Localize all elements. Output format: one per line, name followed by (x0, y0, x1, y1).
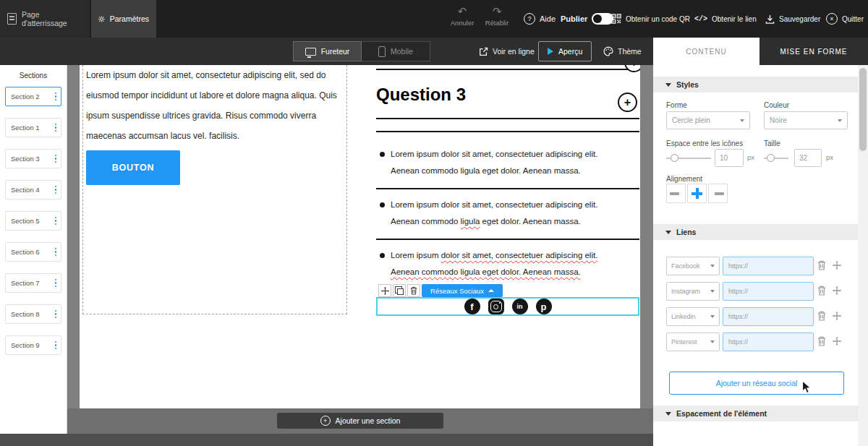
divider (376, 131, 639, 132)
sidebar-section-item[interactable]: Section 8 (5, 304, 61, 324)
section-menu-icon[interactable] (55, 155, 61, 163)
sidebar-section-item[interactable]: Section 9 (5, 335, 61, 355)
tab-landing-label: Page d'atterrissage (22, 10, 82, 27)
spacing-input[interactable] (715, 149, 744, 167)
reorder-link-handle[interactable] (833, 286, 841, 295)
instagram-icon[interactable] (488, 299, 504, 314)
sidebar-section-item[interactable]: Section 3 (5, 149, 61, 168)
url-input-pinterest[interactable] (723, 333, 814, 351)
divider (376, 188, 639, 189)
expand-question-button[interactable]: + (618, 93, 637, 112)
add-section-button[interactable]: + Ajouter une section (277, 413, 443, 429)
spacing-slider-knob[interactable] (671, 154, 678, 162)
element-type-pill[interactable]: Réseaux Sociaux (422, 284, 503, 297)
url-input-instagram[interactable] (723, 282, 814, 301)
panel-tab-content[interactable]: CONTENU (653, 38, 760, 65)
element-spacing-header-label: Espacement de l'élément (676, 409, 767, 418)
section-menu-icon[interactable] (55, 279, 61, 288)
faq-item[interactable]: Lorem ipsum dolor sit amet, consectetuer… (391, 247, 640, 280)
section-menu-icon[interactable] (55, 93, 61, 101)
align-center-button[interactable] (687, 184, 707, 203)
delete-link-button[interactable] (817, 260, 826, 270)
preview-button[interactable]: Aperçu (538, 41, 592, 61)
align-left-button[interactable] (666, 184, 686, 203)
panel-tab-format[interactable]: MISE EN FORME (760, 38, 868, 65)
add-social-network-button[interactable]: Ajouter un réseau social (669, 372, 844, 395)
tab-settings[interactable]: Paramètres (91, 0, 156, 38)
section-menu-icon[interactable] (55, 217, 61, 226)
collapse-question-button[interactable]: + (624, 65, 640, 72)
qr-code-button[interactable]: Obtenir un code QR (611, 0, 690, 38)
publish-toggle[interactable] (592, 13, 613, 25)
help-button[interactable]: ? Aide (524, 0, 556, 38)
linkedin-icon[interactable]: in (512, 299, 528, 314)
panel-scrollbar[interactable] (858, 65, 868, 446)
page-button[interactable]: BOUTON (86, 150, 180, 185)
size-input[interactable] (794, 149, 822, 167)
paragraph-text[interactable]: Lorem ipsum dolor sit amet, consectetur … (86, 65, 361, 146)
sidebar-section-item[interactable]: Section 4 (5, 180, 61, 200)
sidebar-section-item[interactable]: Section 7 (5, 273, 61, 293)
shape-select[interactable]: Cercle plein (666, 111, 750, 129)
delete-link-button[interactable] (817, 286, 826, 296)
delete-link-button[interactable] (817, 336, 826, 346)
element-spacing-section-header[interactable]: Espacement de l'élément (653, 406, 858, 421)
trash-icon (817, 336, 826, 346)
sidebar-section-item[interactable]: Section 6 (5, 242, 61, 262)
undo-icon: ↶ (446, 6, 479, 17)
sidebar-section-item[interactable]: Section 5 (5, 211, 61, 231)
reorder-link-handle[interactable] (833, 261, 841, 270)
section-menu-icon[interactable] (55, 124, 61, 132)
chevron-down-icon (665, 231, 671, 234)
reorder-link-handle[interactable] (833, 312, 841, 320)
section-menu-icon[interactable] (55, 341, 61, 350)
links-header-label: Liens (676, 228, 696, 236)
move-icon (833, 312, 841, 320)
save-button[interactable]: Sauvegarder (765, 0, 820, 38)
scrollbar-thumb[interactable] (859, 68, 867, 151)
links-section-header[interactable]: Liens (653, 224, 858, 240)
sidebar-section-item[interactable]: Section 2 (5, 87, 61, 106)
duplicate-element-button[interactable] (393, 284, 406, 297)
network-select-pinterest[interactable]: Pinterest (666, 333, 720, 351)
section-label: Section 1 (6, 124, 55, 132)
tab-landing-page[interactable]: Page d'atterrissage (0, 0, 90, 38)
align-right-button[interactable] (708, 184, 728, 203)
section-menu-icon[interactable] (55, 248, 61, 257)
url-input-linkedin[interactable] (723, 307, 814, 326)
desktop-view-label: Fureteur (321, 47, 350, 56)
social-icons-element[interactable]: f in p (376, 297, 639, 316)
get-link-button[interactable]: </> Obtenir le lien (694, 0, 757, 38)
size-slider-knob[interactable] (767, 154, 775, 162)
desktop-view-button[interactable]: Fureteur (293, 41, 362, 61)
question-heading[interactable]: Question 3 (376, 85, 466, 105)
theme-button[interactable]: Thème (603, 38, 642, 65)
redo-icon: ↷ (480, 6, 514, 17)
delete-element-button[interactable] (407, 284, 420, 297)
view-online-button[interactable]: Voir en ligne (479, 38, 535, 65)
section-menu-icon[interactable] (55, 310, 61, 319)
color-select[interactable]: Noire (764, 111, 848, 129)
network-select-linkedin[interactable]: Linkedin (666, 307, 720, 326)
section-menu-icon[interactable] (55, 186, 61, 194)
network-select-instagram[interactable]: Instagram (666, 282, 720, 301)
reorder-link-handle[interactable] (833, 337, 841, 346)
sidebar-section-item[interactable]: Section 1 (5, 118, 61, 137)
faq-item[interactable]: Lorem ipsum dolor sit amet, consectetuer… (391, 146, 640, 179)
facebook-icon[interactable]: f (464, 299, 480, 314)
styles-section-header[interactable]: Styles (653, 77, 858, 93)
publish-label: Publier (561, 14, 587, 23)
move-element-button[interactable] (378, 284, 391, 297)
undo-button[interactable]: ↶ Annuler (446, 6, 479, 27)
mobile-view-button[interactable]: Mobile (362, 41, 430, 61)
faq-line: Aenean commodo ligula eget dolor. Aenean… (391, 163, 640, 179)
redo-button[interactable]: ↷ Rétablir (480, 6, 514, 27)
faq-item[interactable]: Lorem ipsum dolor sit amet, consectetuer… (391, 197, 640, 230)
quit-button[interactable]: × Quitter (826, 0, 864, 38)
network-select-facebook[interactable]: Facebook (666, 257, 720, 275)
publish-control[interactable]: Publier (561, 0, 613, 38)
chevron-down-icon (710, 340, 715, 343)
delete-link-button[interactable] (817, 311, 826, 321)
pinterest-icon[interactable]: p (536, 299, 552, 314)
url-input-facebook[interactable] (723, 257, 814, 275)
